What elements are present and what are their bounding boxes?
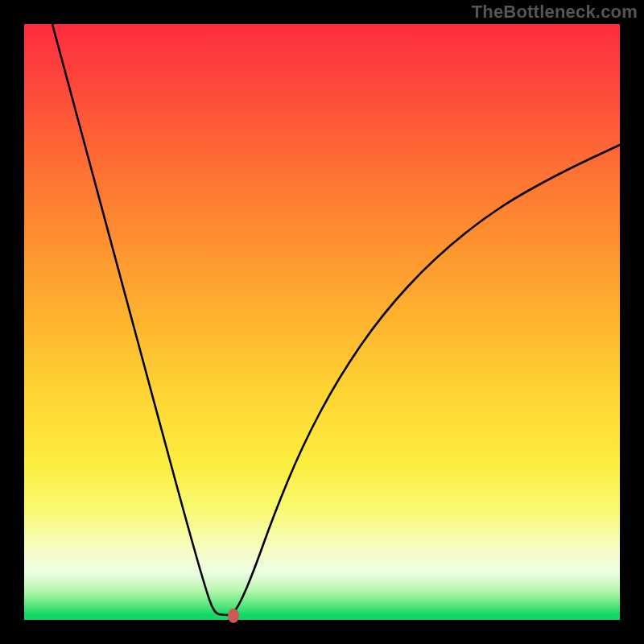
bottleneck-curve: [24, 24, 620, 620]
chart-frame: TheBottleneck.com: [0, 0, 644, 644]
minimum-marker-icon: [228, 609, 239, 623]
attribution-text: TheBottleneck.com: [472, 2, 638, 23]
